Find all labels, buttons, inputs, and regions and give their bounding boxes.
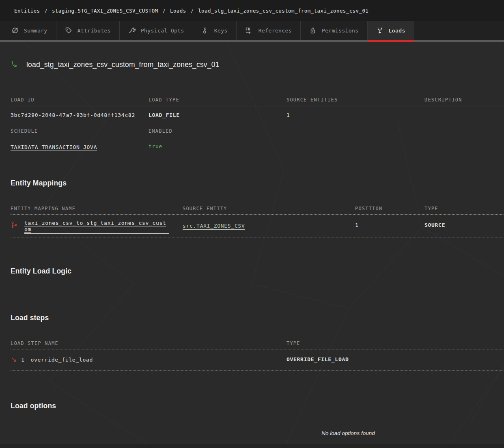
description-value [424, 112, 504, 118]
column-header-description: DESCRIPTION [424, 97, 504, 103]
breadcrumb-entities[interactable]: Entities [14, 8, 40, 14]
load-step-name: override_file_load [31, 357, 93, 363]
breadcrumb-separator: / [191, 8, 194, 14]
summary-icon [11, 27, 19, 34]
lock-icon [309, 27, 317, 34]
separator [11, 349, 504, 349]
breadcrumb-separator: / [162, 8, 166, 14]
breadcrumb-loads[interactable]: Loads [170, 8, 186, 14]
breadcrumb-current: load_stg_taxi_zones_csv_custom_from_taxi… [198, 8, 368, 14]
column-header-source-entity: SOURCE ENTITY [183, 205, 355, 212]
entity-load-logic-editor-edge [11, 290, 504, 290]
separator [11, 137, 504, 137]
separator [11, 214, 504, 215]
entity-mapping-row[interactable]: taxi_zones_csv_to_stg_taxi_zones_csv_cus… [11, 220, 504, 234]
foreign-key-icon: FK [245, 27, 253, 34]
wrench-icon [128, 27, 136, 34]
tag-icon [65, 27, 72, 34]
tab-label: Loads [389, 28, 405, 34]
entity-mappings-header-row: ENTITY MAPPING NAME SOURCE ENTITY POSITI… [11, 205, 504, 212]
tab-loads[interactable]: Loads [368, 21, 414, 40]
column-header-schedule: SCHEDULE [11, 128, 149, 134]
load-details-value-row-1: 3bc7d290-2048-47a7-93bf-0d48ff134c82 LOA… [11, 112, 504, 118]
tab-label: Keys [214, 28, 228, 34]
source-entity-link[interactable]: src.TAXI_ZONES_CSV [183, 223, 245, 229]
column-header-load-id: LOAD ID [11, 97, 149, 103]
entity-load-logic-title: Entity Load Logic [11, 267, 71, 276]
column-header-load-type: LOAD TYPE [149, 97, 286, 103]
entity-mapping-name-link[interactable]: taxi_zones_csv_to_stg_taxi_zones_csv_cus… [24, 220, 169, 234]
tab-keys[interactable]: Keys [193, 21, 237, 40]
tab-physical-opts[interactable]: Physical Opts [120, 21, 193, 40]
column-header-source-entities: SOURCE ENTITIES [286, 97, 424, 103]
load-details-header-row-1: LOAD ID LOAD TYPE SOURCE ENTITIES DESCRI… [11, 97, 504, 103]
load-details-value-row-2: TAXIDATA_TRANSACTION_JOVA true [11, 143, 504, 151]
entity-mappings-title: Entity Mappings [11, 179, 67, 187]
load-options-empty-state: No load options found [11, 429, 504, 437]
position-value: 1 [355, 220, 424, 234]
load-arrow-icon [11, 60, 19, 69]
key-icon [202, 27, 209, 34]
source-entities-value: 1 [286, 112, 424, 118]
breadcrumb-separator: / [44, 8, 47, 14]
tab-permissions[interactable]: Permissions [301, 21, 368, 40]
column-header-type: TYPE [424, 205, 504, 212]
separator [11, 370, 504, 371]
breadcrumb-entity[interactable]: staging.STG_TAXI_ZONES_CSV_CUSTOM [52, 8, 158, 14]
mapping-fork-icon [11, 221, 18, 229]
column-header-enabled: ENABLED [149, 128, 504, 134]
separator [11, 425, 504, 425]
tab-label: Permissions [322, 28, 359, 34]
tab-label: Attributes [78, 28, 111, 34]
load-details-header-row-2: SCHEDULE ENABLED [11, 128, 504, 134]
svg-text:FK: FK [246, 27, 250, 31]
column-header-entity-mapping-name: ENTITY MAPPING NAME [11, 205, 183, 212]
breadcrumb: Entities / staging.STG_TAXI_ZONES_CSV_CU… [14, 8, 368, 14]
load-step-row[interactable]: 1 override_file_load OVERRIDE_FILE_LOAD [11, 356, 504, 363]
load-step-index: 1 [21, 357, 25, 363]
column-header-position: POSITION [355, 205, 424, 212]
load-detail-page: load_stg_taxi_zones_csv_custom_from_taxi… [0, 42, 504, 448]
step-arrow-icon [11, 356, 17, 363]
tab-references[interactable]: FK References [237, 21, 301, 40]
app-window: Entities / staging.STG_TAXI_ZONES_CSV_CU… [0, 0, 504, 448]
merge-arrow-icon [376, 27, 383, 34]
tab-label: Physical Opts [141, 28, 184, 34]
empty-message: No load options found [321, 430, 375, 436]
page-bottom-edge [0, 444, 504, 448]
tab-label: Summary [24, 28, 47, 34]
load-steps-title: Load steps [11, 314, 49, 322]
load-step-type: OVERRIDE_FILE_LOAD [286, 356, 504, 363]
enabled-value: true [149, 143, 504, 151]
load-id-value: 3bc7d290-2048-47a7-93bf-0d48ff134c82 [11, 112, 149, 118]
tab-label: References [258, 28, 292, 34]
load-options-title: Load options [11, 402, 56, 410]
load-type-value: LOAD_FILE [149, 112, 286, 118]
page-title: load_stg_taxi_zones_csv_custom_from_taxi… [26, 60, 220, 69]
page-title-row: load_stg_taxi_zones_csv_custom_from_taxi… [11, 60, 220, 69]
tab-summary[interactable]: Summary [0, 21, 56, 40]
column-header-step-type: TYPE [286, 340, 504, 347]
schedule-link[interactable]: TAXIDATA_TRANSACTION_JOVA [11, 144, 97, 150]
column-header-load-step-name: LOAD STEP NAME [11, 340, 286, 347]
separator [11, 237, 504, 237]
tab-attributes[interactable]: Attributes [56, 21, 120, 40]
entity-tab-bar: Summary Attributes Physical Opts Keys FK [0, 21, 504, 42]
breadcrumb-bar: Entities / staging.STG_TAXI_ZONES_CSV_CU… [0, 0, 504, 21]
load-steps-header-row: LOAD STEP NAME TYPE [11, 340, 504, 347]
separator [11, 106, 504, 106]
mapping-type-value: SOURCE [424, 220, 504, 234]
